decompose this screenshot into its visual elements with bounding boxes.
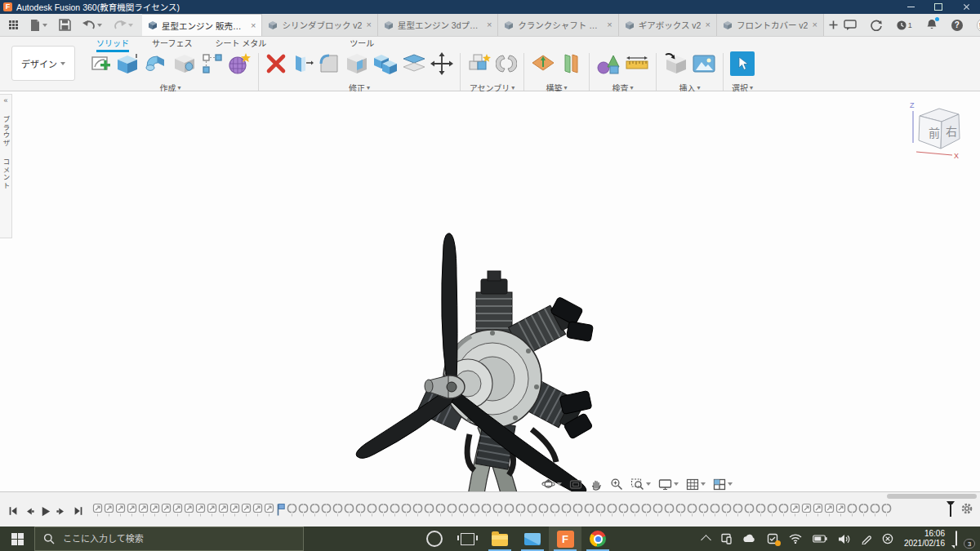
timeline-joint-icon[interactable]	[527, 503, 537, 520]
timeline-joint-icon[interactable]	[698, 503, 709, 520]
measure-button[interactable]	[596, 52, 621, 75]
taskbar-clock[interactable]: 16:06 2021/02/16	[904, 529, 945, 549]
sidebar-item-comments[interactable]: コメント	[1, 158, 11, 189]
timeline-joint-icon[interactable]	[675, 503, 686, 520]
timeline-joint-icon[interactable]	[390, 503, 400, 520]
onedrive-icon[interactable]	[742, 534, 756, 544]
timeline-position-marker[interactable]	[275, 503, 286, 520]
fillet-button[interactable]	[318, 52, 341, 75]
pattern-button[interactable]	[202, 53, 223, 74]
timeline-joint-icon[interactable]	[447, 503, 457, 520]
save-button[interactable]	[59, 19, 71, 31]
timeline-joint-icon[interactable]	[332, 503, 343, 520]
pan-button[interactable]	[590, 478, 603, 491]
undo-button[interactable]	[82, 20, 102, 31]
timeline-joint-icon[interactable]	[344, 503, 354, 520]
timeline-joint-icon[interactable]	[561, 503, 572, 520]
update-notification-icon[interactable]	[767, 533, 778, 544]
timeline-joint-icon[interactable]	[721, 503, 732, 520]
ribbon-tab-tools[interactable]: ツール	[350, 37, 374, 50]
timeline-occurrence-icon[interactable]	[195, 503, 206, 520]
account-button[interactable]: 野涼	[977, 18, 980, 33]
tab-document-3[interactable]: 星型エンジン 3dプリント v9	[378, 14, 498, 36]
timeline-joint-icon[interactable]	[630, 503, 640, 520]
hole-button[interactable]	[173, 51, 198, 76]
maximize-button[interactable]	[924, 0, 952, 14]
timeline-joint-icon[interactable]	[733, 503, 743, 520]
timeline-occurrence-icon[interactable]	[115, 503, 126, 520]
job-status-button[interactable]: 1	[896, 20, 912, 31]
timeline-occurrence-icon[interactable]	[172, 503, 183, 520]
timeline-joint-icon[interactable]	[595, 503, 606, 520]
viewports-button[interactable]	[713, 478, 733, 491]
look-at-button[interactable]	[569, 478, 582, 491]
construct-plane-button[interactable]	[531, 52, 555, 75]
extensions-button[interactable]	[871, 20, 882, 31]
insert-derive-button[interactable]	[663, 51, 688, 76]
feedback-button[interactable]	[844, 20, 857, 30]
select-tool-button[interactable]	[730, 51, 755, 76]
timeline-joint-icon[interactable]	[870, 503, 880, 520]
workspace-selector[interactable]: デザイン	[11, 46, 75, 81]
timeline-joint-icon[interactable]	[481, 503, 492, 520]
timeline-joint-icon[interactable]	[298, 503, 309, 520]
timeline-occurrence-icon[interactable]	[184, 503, 194, 520]
notifications-button[interactable]	[926, 19, 938, 31]
timeline-joint-icon[interactable]	[847, 503, 858, 520]
timeline-joint-icon[interactable]	[515, 503, 526, 520]
press-pull-button[interactable]	[291, 52, 314, 75]
ruler-button[interactable]	[625, 55, 649, 73]
timeline-occurrence-icon[interactable]	[161, 503, 172, 520]
timeline-joint-icon[interactable]	[287, 503, 297, 520]
timeline-occurrence-icon[interactable]	[218, 503, 229, 520]
construct-midplane-button[interactable]	[559, 52, 582, 75]
timeline-occurrence-icon[interactable]	[207, 503, 217, 520]
insert-canvas-button[interactable]	[692, 54, 716, 73]
sweep-button[interactable]	[145, 53, 169, 74]
tab-document-4[interactable]: クランクシャフト リア v2	[498, 14, 618, 36]
windows-ink-icon[interactable]	[861, 534, 871, 544]
task-view-button[interactable]	[451, 527, 483, 551]
file-explorer-button[interactable]	[483, 527, 516, 551]
timeline-occurrence-icon[interactable]	[252, 503, 263, 520]
create-form-button[interactable]	[227, 51, 252, 76]
timeline-joint-icon[interactable]	[355, 503, 366, 520]
grid-display-button[interactable]	[686, 478, 706, 491]
timeline-joint-icon[interactable]	[435, 503, 446, 520]
ribbon-tab-surface[interactable]: サーフェス	[152, 37, 192, 50]
offset-face-button[interactable]	[402, 53, 426, 74]
create-sketch-button[interactable]	[89, 52, 112, 75]
offline-status-icon[interactable]	[882, 533, 893, 544]
timeline-occurrence-icon[interactable]	[92, 503, 103, 520]
view-cube[interactable]: 前 右 Z X	[905, 98, 972, 163]
timeline-joint-icon[interactable]	[458, 503, 469, 520]
timeline-joint-icon[interactable]	[424, 503, 434, 520]
timeline-joint-icon[interactable]	[584, 503, 595, 520]
timeline-joint-icon[interactable]	[470, 503, 480, 520]
ribbon-tab-sheetmetal[interactable]: シート メタル	[215, 37, 266, 50]
help-button[interactable]: ?	[951, 20, 963, 31]
volume-icon[interactable]	[838, 534, 850, 544]
chrome-button[interactable]	[581, 527, 614, 551]
timeline-settings-button[interactable]	[960, 502, 973, 518]
sidebar-item-browser[interactable]: ブラウザ	[1, 116, 11, 147]
timeline-joint-icon[interactable]	[321, 503, 332, 520]
timeline-occurrence-icon[interactable]	[264, 503, 274, 520]
step-back-button[interactable]	[23, 504, 35, 518]
timeline-occurrence-icon[interactable]	[138, 503, 149, 520]
timeline-occurrence-icon[interactable]	[241, 503, 252, 520]
timeline-joint-icon[interactable]	[881, 503, 892, 520]
redo-button[interactable]	[114, 20, 133, 31]
start-button[interactable]	[0, 527, 34, 551]
app-grid-button[interactable]	[9, 20, 18, 29]
go-to-end-button[interactable]	[72, 504, 84, 518]
tab-close-icon[interactable]	[607, 20, 612, 29]
timeline-joint-icon[interactable]	[687, 503, 697, 520]
timeline-occurrence-icon[interactable]	[801, 503, 812, 520]
wifi-icon[interactable]	[789, 534, 802, 544]
timeline-joint-icon[interactable]	[755, 503, 766, 520]
timeline-joint-icon[interactable]	[744, 503, 755, 520]
delete-button[interactable]	[265, 53, 287, 74]
timeline-joint-icon[interactable]	[538, 503, 549, 520]
tab-close-icon[interactable]	[251, 21, 256, 30]
